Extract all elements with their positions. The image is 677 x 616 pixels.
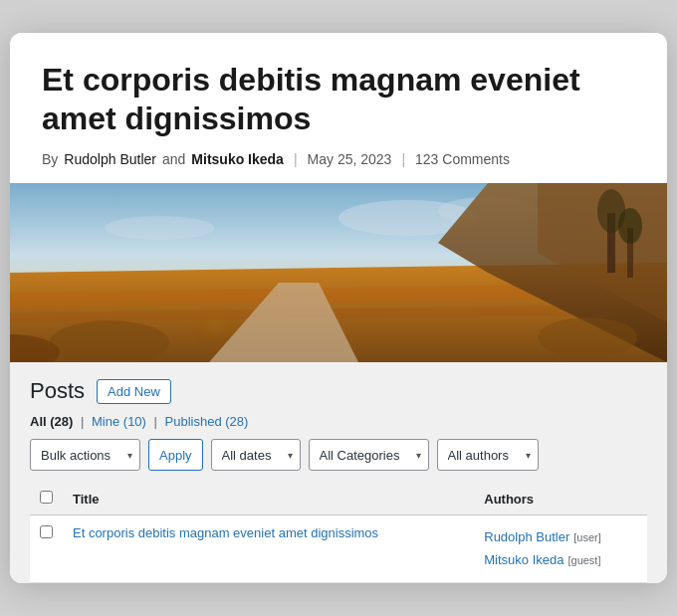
admin-panel: Posts Add New All (28) | Mine (10) | Pub… (10, 362, 667, 583)
all-authors-wrap: All authors ▾ (437, 439, 539, 471)
post-title-cell: Et corporis debitis magnam eveniet amet … (63, 515, 474, 583)
select-all-checkbox[interactable] (40, 491, 53, 504)
row-checkbox[interactable] (40, 525, 53, 538)
all-authors-select[interactable]: All authors (437, 439, 539, 471)
col-title: Title (63, 483, 474, 515)
hero-image (10, 183, 667, 362)
author-name-link[interactable]: Mitsuko Ikeda (484, 552, 564, 567)
svg-point-14 (538, 317, 637, 357)
all-dates-wrap: All dates ▾ (211, 439, 301, 471)
and-label: and (162, 151, 185, 167)
hero-svg (10, 183, 667, 362)
author-entry: Rudolph Butler[user] (484, 525, 637, 548)
published-count: (28) (225, 414, 248, 429)
comments-count: 123 Comments (415, 151, 510, 167)
mine-count: (10) (123, 414, 146, 429)
author2-link[interactable]: Mitsuko Ikeda (191, 151, 284, 167)
posts-header: Posts Add New (30, 378, 647, 404)
filter-mine[interactable]: Mine (10) (92, 414, 146, 429)
all-count: (28) (50, 414, 73, 429)
author-tag: [guest] (567, 554, 600, 566)
sep-2: | (154, 414, 157, 429)
by-label: By (42, 151, 58, 167)
post-date: May 25, 2023 (308, 151, 392, 167)
bulk-actions-wrap: Bulk actions ▾ (30, 439, 140, 471)
sep1: | (294, 151, 298, 167)
author-tag: [user] (573, 531, 601, 543)
svg-point-4 (105, 216, 214, 240)
posts-heading: Posts (30, 378, 85, 404)
post-title: Et corporis debitis magnam eveniet amet … (42, 61, 635, 137)
post-authors-cell: Rudolph Butler[user]Mitsuko Ikeda[guest] (474, 515, 647, 583)
bulk-actions-select[interactable]: Bulk actions (30, 439, 140, 471)
svg-point-12 (50, 320, 169, 362)
main-card: Et corporis debitis magnam eveniet amet … (10, 33, 667, 583)
all-categories-wrap: All Categories ▾ (309, 439, 429, 471)
col-authors: Authors (474, 483, 647, 515)
table-row: Et corporis debitis magnam eveniet amet … (30, 515, 647, 583)
apply-button[interactable]: Apply (148, 439, 203, 471)
sep-1: | (81, 414, 84, 429)
author-entry: Mitsuko Ikeda[guest] (484, 548, 637, 571)
svg-point-18 (618, 208, 642, 244)
post-meta: By Rudolph Butler and Mitsuko Ikeda | Ma… (42, 151, 635, 167)
all-categories-select[interactable]: All Categories (309, 439, 429, 471)
add-new-button[interactable]: Add New (97, 379, 171, 404)
filter-links: All (28) | Mine (10) | Published (28) (30, 414, 647, 429)
author1-link[interactable]: Rudolph Butler (64, 151, 156, 167)
all-dates-select[interactable]: All dates (211, 439, 301, 471)
filter-published[interactable]: Published (28) (165, 414, 249, 429)
col-checkbox (30, 483, 63, 515)
post-title-link[interactable]: Et corporis debitis magnam eveniet amet … (73, 525, 378, 540)
sep2: | (401, 151, 405, 167)
filter-all[interactable]: All (28) (30, 414, 73, 429)
posts-table: Title Authors Et corporis debitis magnam… (30, 483, 647, 583)
author-name-link[interactable]: Rudolph Butler (484, 529, 569, 544)
actions-bar: Bulk actions ▾ Apply All dates ▾ All Cat… (30, 439, 647, 471)
post-header: Et corporis debitis magnam eveniet amet … (10, 33, 667, 183)
